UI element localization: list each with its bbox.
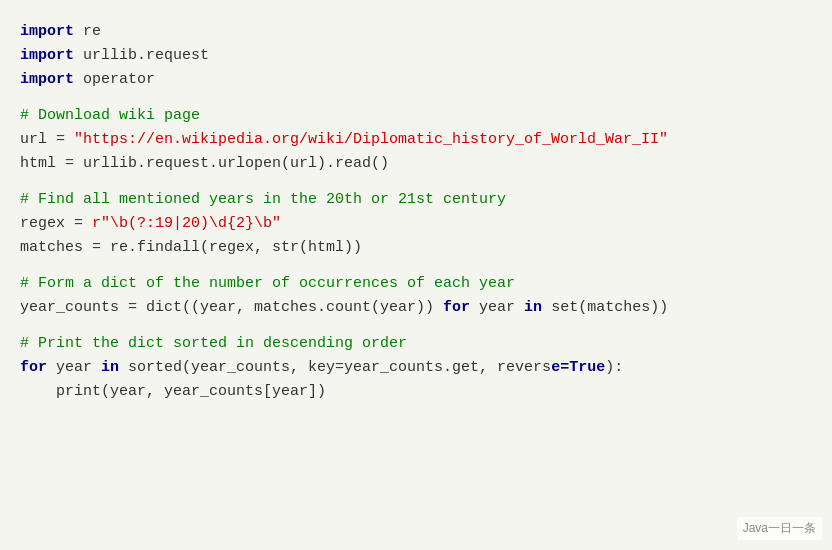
gap-3 xyxy=(20,260,812,272)
line-for-loop: for year in sorted(year_counts, key=year… xyxy=(20,356,812,380)
line-html-assignment: html = urllib.request.urlopen(url).read(… xyxy=(20,152,812,176)
keyword-import: import xyxy=(20,20,74,44)
line-regex-assignment: regex = r"\b(?:19|20)\d{2}\b" xyxy=(20,212,812,236)
line-comment-download: # Download wiki page xyxy=(20,104,812,128)
keyword-import3: import xyxy=(20,68,74,92)
gap-4 xyxy=(20,320,812,332)
line-print-statement: print(year, year_counts[year]) xyxy=(20,380,812,404)
line-url-assignment: url = "https://en.wikipedia.org/wiki/Dip… xyxy=(20,128,812,152)
line-comment-find: # Find all mentioned years in the 20th o… xyxy=(20,188,812,212)
line-comment-print: # Print the dict sorted in descending or… xyxy=(20,332,812,356)
line-import-operator: import operator xyxy=(20,68,812,92)
line-year-counts: year_counts = dict((year, matches.count(… xyxy=(20,296,812,320)
gap-1 xyxy=(20,92,812,104)
watermark: Java一日一条 xyxy=(737,517,822,540)
code-container: import re import urllib.request import o… xyxy=(0,0,832,550)
keyword-import2: import xyxy=(20,44,74,68)
code-block: import re import urllib.request import o… xyxy=(20,20,812,404)
gap-2 xyxy=(20,176,812,188)
line-import-re: import re xyxy=(20,20,812,44)
line-import-urllib: import urllib.request xyxy=(20,44,812,68)
line-comment-dict: # Form a dict of the number of occurrenc… xyxy=(20,272,812,296)
line-matches-assignment: matches = re.findall(regex, str(html)) xyxy=(20,236,812,260)
